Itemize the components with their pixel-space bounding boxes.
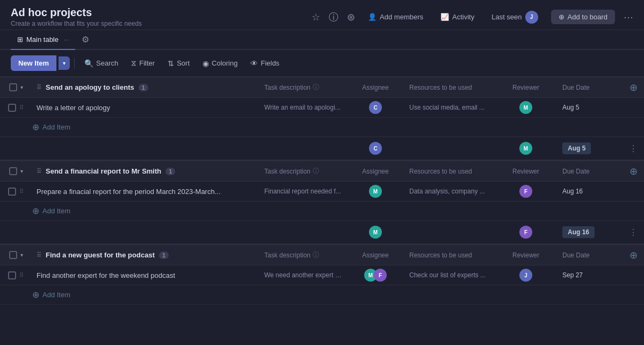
row-assignee: C — [346, 98, 405, 117]
filter-label: Filter — [139, 59, 155, 67]
search-button[interactable]: 🔍 Search — [79, 56, 124, 71]
add-item-icon: ⊕ — [32, 122, 39, 132]
star-icon[interactable]: ☆ — [312, 12, 320, 22]
row-checkbox[interactable] — [8, 104, 16, 112]
group-checkbox-2[interactable] — [9, 167, 17, 175]
group-checkbox-3[interactable] — [9, 251, 17, 259]
col-header-assignee-2: Assignee — [346, 162, 405, 181]
add-members-label: Add members — [380, 13, 423, 21]
add-item-label-2: Add Item — [42, 207, 70, 215]
row-checkbox-2[interactable] — [8, 188, 16, 196]
col-add-3[interactable]: ⊕ — [623, 249, 644, 261]
row-check-3: ⠿ — [0, 266, 32, 285]
integrations-icon[interactable]: ⊛ — [347, 12, 355, 22]
reviewer-avatar: M — [519, 101, 532, 114]
row-task-name-2: Prepare a finacial report for the period… — [32, 182, 260, 201]
row-due-date: Aug 5 — [558, 98, 623, 117]
more-options-icon[interactable]: ⋯ — [624, 12, 633, 22]
col-add-1[interactable]: ⊕ — [623, 82, 644, 94]
info-icon[interactable]: ⓘ — [329, 12, 338, 22]
table-row[interactable]: ⠿ Prepare a finacial report for the peri… — [0, 182, 644, 202]
task-desc-info-icon: ⓘ — [313, 83, 319, 92]
col-header-task-desc-3: Task description ⓘ — [260, 245, 346, 265]
table-row[interactable]: ⠿ Write a letter of apology Write an ema… — [0, 98, 644, 118]
group-chevron-3[interactable]: ▾ — [20, 252, 23, 258]
assignee-avatar-2: M — [369, 185, 382, 198]
group-title-3: Find a new guest for the podcast — [46, 251, 155, 259]
table-container: ▾ ⠿ Send an apology to clients 1 Task de… — [0, 77, 644, 305]
group-chevron-2[interactable]: ▾ — [20, 168, 23, 174]
row-reviewer: M — [494, 98, 558, 117]
add-item-row-2[interactable]: ⊕ Add Item — [0, 202, 644, 221]
row-task-name-3: Find another expert for the weekend podc… — [32, 266, 260, 285]
avatar: J — [525, 11, 538, 24]
sort-icon: ⇅ — [168, 59, 174, 68]
reviewer-avatar-3: J — [519, 269, 532, 282]
add-item-row-3[interactable]: ⊕ Add Item — [0, 285, 644, 305]
coloring-icon: ◉ — [202, 59, 209, 68]
group-name-3: ⠿ Find a new guest for the podcast 1 — [32, 246, 260, 264]
row-reviewer-3: J — [494, 265, 558, 285]
add-to-board-button[interactable]: ⊕ Add to board — [551, 10, 615, 24]
summary-more-1[interactable]: ⋮ — [623, 143, 644, 154]
col-add-2[interactable]: ⊕ — [623, 166, 644, 177]
due-badge-1: Aug 5 — [562, 142, 591, 154]
col-header-task-desc-1: Task description ⓘ — [260, 77, 346, 97]
app-title: Ad hoc projects — [11, 6, 312, 19]
header-actions: ☆ ⓘ ⊛ 👤 Add members 📈 Activity Last seen… — [312, 9, 633, 26]
group-count-3: 1 — [159, 251, 169, 259]
group-drag-icon-2: ⠿ — [37, 168, 41, 175]
coloring-label: Coloring — [212, 59, 237, 67]
summary-row-1: C M Aug 5 ⋮ — [0, 137, 644, 161]
row-reviewer-2: F — [494, 182, 558, 201]
new-item-button[interactable]: New Item — [11, 55, 56, 71]
toolbar: New Item ▾ 🔍 Search ⧖ Filter ⇅ Sort ◉ Co… — [0, 50, 644, 77]
summary-due-2: Aug 16 — [558, 224, 623, 240]
last-seen: Last seen J — [487, 9, 542, 26]
row-checkbox-3[interactable] — [8, 271, 16, 279]
add-members-button[interactable]: 👤 Add members — [364, 11, 428, 23]
new-item-dropdown-button[interactable]: ▾ — [59, 56, 70, 70]
activity-icon: 📈 — [440, 13, 449, 21]
row-task-desc: Write an email to apologi... — [260, 98, 346, 117]
summary-task-space-2 — [260, 227, 346, 238]
summary-reviewer-avatar-2: F — [519, 226, 532, 239]
tab-main-table[interactable]: ⊞ Main table ··· — [11, 30, 75, 50]
add-item-label: Add Item — [42, 123, 70, 131]
table-row[interactable]: ⠿ Find another expert for the weekend po… — [0, 265, 644, 285]
app-header: Ad hoc projects Create a workflow that f… — [0, 0, 644, 30]
row-drag-icon-2: ⠿ — [19, 188, 24, 195]
row-resources-3: Check our list of experts ... — [405, 266, 494, 284]
group-chevron-1[interactable]: ▾ — [20, 84, 23, 90]
col-header-due-date-1: Due Date — [558, 78, 623, 97]
tab-label: Main table — [26, 35, 59, 44]
sort-button[interactable]: ⇅ Sort — [162, 56, 195, 71]
table-settings-icon[interactable]: ⚙ — [82, 34, 89, 45]
summary-more-2[interactable]: ⋮ — [623, 227, 644, 238]
group-checkbox-1[interactable] — [9, 83, 17, 91]
fields-button[interactable]: 👁 Fields — [245, 56, 285, 71]
summary-assignee-avatar-2: M — [369, 226, 382, 239]
row-task-name: Write a letter of apology — [32, 98, 260, 117]
add-board-label: Add to board — [568, 13, 607, 21]
tab-more-icon[interactable]: ··· — [64, 37, 69, 43]
summary-due-1: Aug 5 — [558, 140, 623, 156]
row-resources: Use social media, email ... — [405, 98, 494, 117]
add-item-row-1[interactable]: ⊕ Add Item — [0, 118, 644, 137]
coloring-button[interactable]: ◉ Coloring — [197, 56, 243, 71]
row-resources-2: Data analysis, company ... — [405, 182, 494, 200]
group-check-3: ▾ — [0, 246, 32, 264]
task-desc-info-icon-2: ⓘ — [313, 167, 319, 176]
row-task-desc-2: Financial report needed f... — [260, 182, 346, 200]
add-members-icon: 👤 — [368, 13, 377, 21]
reviewer-avatar-2: F — [519, 185, 532, 198]
assignee-avatar: C — [369, 101, 382, 114]
assignee-avatar-stack-3: M F — [364, 269, 387, 282]
col-header-resources-3: Resources to be used — [405, 246, 494, 264]
filter-button[interactable]: ⧖ Filter — [126, 55, 160, 71]
activity-button[interactable]: 📈 Activity — [436, 11, 479, 23]
row-drag-icon: ⠿ — [19, 104, 24, 111]
row-due-date-3: Sep 27 — [558, 266, 623, 284]
col-header-reviewer-3: Reviewer — [494, 246, 558, 264]
col-header-resources-2: Resources to be used — [405, 162, 494, 181]
